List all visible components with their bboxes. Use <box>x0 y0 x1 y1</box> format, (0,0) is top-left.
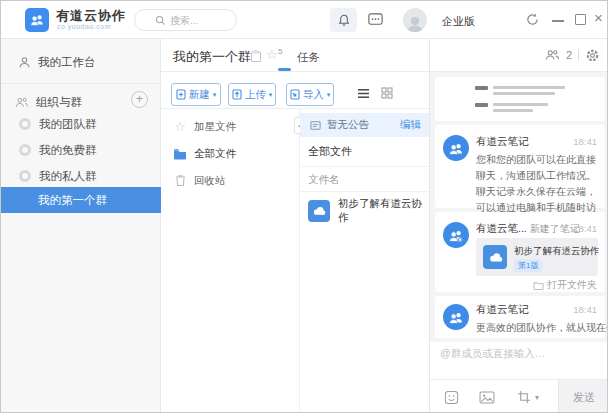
divider <box>300 191 429 192</box>
message-time: 18:41 <box>573 304 597 315</box>
file-list-item[interactable]: 初步了解有道云协作 <box>300 195 429 227</box>
import-icon <box>290 89 300 100</box>
trash-icon <box>173 174 187 187</box>
sender-avatar[interactable] <box>443 304 469 330</box>
open-folder-link[interactable]: 打开文件夹 <box>533 278 597 292</box>
divider <box>578 49 579 61</box>
group-label: 我的第一个群 <box>38 193 107 208</box>
app-window: 有道云协作 co.youdao.com <box>0 0 608 413</box>
star-outline-icon: ☆ <box>173 119 187 134</box>
user-avatar[interactable] <box>403 8 427 32</box>
message-time: 18:41 <box>573 136 597 147</box>
close-button[interactable]: × <box>594 10 603 25</box>
emoji-button[interactable] <box>444 390 459 405</box>
truncated-text-line <box>493 103 548 106</box>
group-dot-icon <box>19 170 31 182</box>
truncated-text-line <box>493 86 565 89</box>
new-doc-icon <box>176 89 186 100</box>
upload-button-label: 上传 <box>245 88 266 102</box>
org-section-label: 组织与群 <box>36 95 82 110</box>
send-button[interactable]: 发送 <box>558 380 608 413</box>
caret-down-icon: ▾ <box>327 91 331 99</box>
app-domain: co.youdao.com <box>57 23 111 30</box>
open-folder-label: 打开文件夹 <box>547 278 597 292</box>
member-count: 2 <box>566 49 572 61</box>
clipboard-icon[interactable] <box>250 50 262 63</box>
note-version-badge: 第1版 <box>514 259 542 272</box>
sidebar-item-workspace[interactable]: 我的工作台 <box>1 49 161 75</box>
group-dot-icon <box>19 144 31 156</box>
workspace-label: 我的工作台 <box>38 55 96 70</box>
sender-avatar[interactable] <box>443 135 469 161</box>
tab-tasks[interactable]: 任务 <box>297 50 320 65</box>
star-count: 5 <box>278 47 282 56</box>
star-icon[interactable]: ☆ <box>266 47 278 62</box>
note-doc-icon <box>308 200 330 222</box>
people-icon <box>15 96 29 109</box>
message-action: 新建了笔记 <box>530 223 580 234</box>
sidebar-item-group[interactable]: 我的私人群 <box>1 163 161 189</box>
chat-message: 有道云笔... 新建了笔记 18:41 初步了解有道云协作 第1版 <box>435 212 605 292</box>
file-name: 初步了解有道云协作 <box>338 197 429 225</box>
new-button[interactable]: 新建 ▾ <box>171 83 221 106</box>
maximize-button[interactable] <box>575 14 586 25</box>
tree-item-starred[interactable]: ☆ 加星文件 <box>161 113 299 140</box>
sidebar-item-group[interactable]: 我的免费群 <box>1 137 161 163</box>
tree-item-all-files[interactable]: 全部文件 <box>161 140 299 167</box>
members-icon[interactable] <box>545 49 560 61</box>
messages-button[interactable] <box>367 11 384 28</box>
divider <box>300 166 429 167</box>
sender-avatar[interactable] <box>443 222 469 248</box>
caret-down-icon: ▾ <box>269 91 273 99</box>
chat-input-area: ▾ 发送 <box>430 342 608 413</box>
chat-message-input[interactable] <box>440 347 600 359</box>
tree-label: 回收站 <box>194 174 226 188</box>
edit-announcement-link[interactable]: 编辑 <box>400 118 421 132</box>
person-icon <box>17 56 31 69</box>
folder-icon <box>173 148 187 160</box>
refresh-button[interactable] <box>525 12 540 27</box>
sender-name-text: 有道云笔... <box>476 222 527 234</box>
sidebar-item-group-selected[interactable]: 我的第一个群 <box>1 187 161 213</box>
list-view-toggle[interactable] <box>357 88 370 99</box>
group-label: 我的团队群 <box>39 117 97 132</box>
add-group-button[interactable]: + <box>131 91 148 108</box>
grid-view-toggle[interactable] <box>381 87 393 99</box>
chat-message: 有道云笔记 18:41 更高效的团队协作，就从现在开始^_^ <box>435 296 605 338</box>
chat-toolbar: ▾ 发送 <box>430 379 608 413</box>
tree-item-trash[interactable]: 回收站 <box>161 167 299 194</box>
truncated-text-line <box>475 103 488 107</box>
announcement-bar[interactable]: 暂无公告 编辑 <box>300 113 429 137</box>
files-section-title: 全部文件 <box>308 144 352 159</box>
note-title: 初步了解有道云协作 <box>514 245 600 258</box>
upload-icon <box>232 89 242 100</box>
chat-header: 2 <box>430 39 608 72</box>
search-box[interactable] <box>134 9 237 31</box>
gear-icon[interactable] <box>585 48 600 63</box>
screenshot-button[interactable] <box>517 390 531 404</box>
image-button[interactable] <box>479 391 495 404</box>
search-input[interactable] <box>170 15 216 26</box>
refresh-icon <box>525 12 540 27</box>
chat-message: 有道云笔记 18:41 您和您的团队可以在此直接聊天，沟通团队工作情况。聊天记录… <box>435 125 605 208</box>
new-button-label: 新建 <box>189 88 210 102</box>
folder-open-icon <box>533 281 544 290</box>
notifications-button[interactable] <box>330 8 357 32</box>
bell-icon <box>337 13 351 27</box>
top-bar: 有道云协作 co.youdao.com <box>1 1 607 39</box>
minimize-button[interactable] <box>552 20 564 22</box>
edition-label[interactable]: 企业版 <box>442 14 475 29</box>
group-dot-icon <box>19 118 31 130</box>
tree-label: 全部文件 <box>194 147 236 161</box>
truncated-text-line <box>475 86 488 90</box>
sidebar-item-group[interactable]: 我的团队群 <box>1 111 161 137</box>
app-logo-icon <box>25 8 49 32</box>
note-attachment-card[interactable]: 初步了解有道云协作 第1版 <box>476 238 598 276</box>
chat-panel: 2 <box>429 39 608 413</box>
caret-down-icon[interactable]: ▾ <box>535 393 539 402</box>
filename-column-header: 文件名 <box>308 173 340 187</box>
caret-down-icon: ▾ <box>213 91 217 99</box>
upload-button[interactable]: 上传 ▾ <box>228 83 276 106</box>
import-button[interactable]: 导入 ▾ <box>286 83 334 106</box>
announcement-icon <box>308 120 322 131</box>
